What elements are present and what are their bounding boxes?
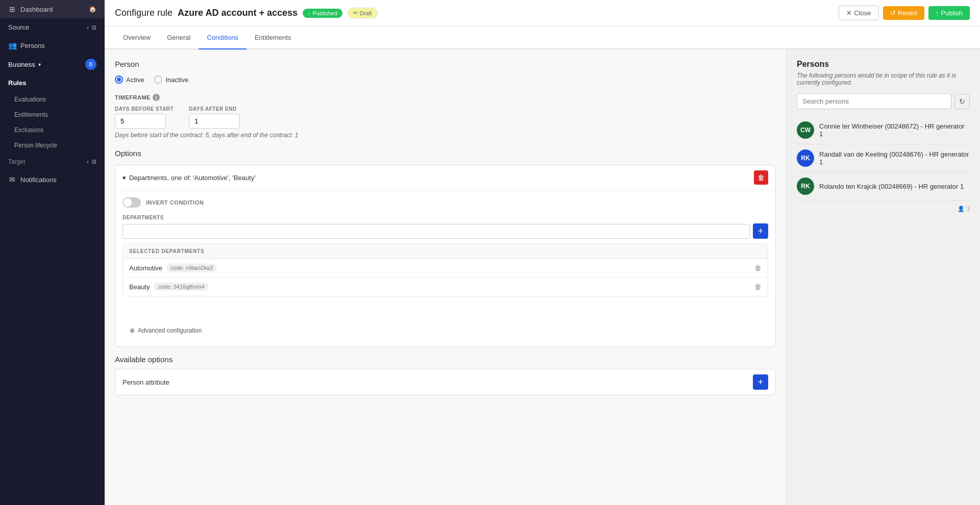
person-name: Randall van de Keeling (00248676) - HR g…	[819, 150, 970, 166]
badge-published: ↑ Published	[303, 9, 342, 18]
business-row: Business ▾ B	[0, 55, 105, 74]
persons-list: CW Connie ter Wintheiser (00248672) - HR…	[797, 116, 970, 200]
revert-button[interactable]: ↺ Revert	[883, 6, 924, 20]
option-card-departments: ▾ Departments, one of: 'Automotive', 'Be…	[115, 165, 776, 347]
days-after-end-input[interactable]	[189, 114, 240, 129]
sidebar-target-header[interactable]: Target ‹⧉	[0, 153, 105, 170]
available-options-title: Available options	[115, 355, 776, 364]
upload-icon: ↑	[308, 10, 311, 16]
right-panel-description: The following persons would be in scope …	[797, 72, 970, 86]
right-panel-title: Persons	[797, 60, 970, 69]
person-avatar: RK	[797, 149, 814, 167]
dashboard-icon: ⊞	[8, 5, 16, 13]
person-list-item: CW Connie ter Wintheiser (00248672) - HR…	[797, 116, 970, 144]
person-attribute-row: Person attribute +	[115, 369, 776, 395]
person-avatar: CW	[797, 121, 814, 139]
option-card-header: ▾ Departments, one of: 'Automotive', 'Be…	[115, 165, 775, 190]
radio-active-circle	[115, 75, 123, 84]
notifications-icon: ✉	[8, 175, 16, 184]
radio-inactive-circle	[154, 75, 162, 84]
plus-icon: +	[758, 226, 764, 237]
days-note: Days before start of the contract: 5, da…	[115, 132, 776, 139]
remove-automotive-button[interactable]: 🗑	[754, 264, 762, 272]
empty-space	[122, 296, 768, 322]
tabs: Overview General Conditions Entitlements	[105, 27, 980, 49]
person-list-item: RK Randall van de Keeling (00248676) - H…	[797, 144, 970, 172]
departments-select-row: +	[122, 223, 768, 239]
topbar-title: Configure rule Azure AD account + access…	[115, 8, 378, 18]
revert-icon: ↺	[890, 9, 896, 17]
person-list-item: RK Rolando ten Krajcik (00248669) - HR g…	[797, 172, 970, 200]
invert-row: INVERT CONDITION	[122, 197, 768, 208]
selected-departments-header: SELECTED DEPARTMENTS	[123, 244, 768, 259]
business-badge[interactable]: B	[85, 59, 96, 70]
sidebar: ⊞ Dashboard 🏠 Source ‹⧉ 👥 Persons Busine…	[0, 0, 105, 505]
topbar-actions: ✕ Close ↺ Revert ↑ Publish	[839, 6, 970, 20]
options-title: Options	[115, 149, 776, 158]
days-before-start-input[interactable]	[115, 114, 166, 129]
sidebar-item-exclusions[interactable]: Exclusions	[0, 122, 105, 138]
main-content: Configure rule Azure AD account + access…	[105, 0, 980, 505]
pencil-icon: ✏	[353, 10, 358, 16]
person-name: Rolando ten Krajcik (00248669) - HR gene…	[819, 183, 964, 190]
advanced-config-toggle[interactable]: ⊕ Advanced configuration	[122, 322, 768, 339]
available-options-section: Available options Person attribute +	[115, 355, 776, 395]
sidebar-item-rules[interactable]: Rules	[0, 74, 105, 92]
departments-select[interactable]	[122, 224, 750, 239]
sidebar-item-persons[interactable]: 👥 Persons	[0, 36, 105, 55]
radio-active[interactable]: Active	[115, 75, 144, 84]
sidebar-item-evaluations[interactable]: Evaluations	[0, 92, 105, 107]
source-icons: ‹⧉	[87, 24, 96, 31]
topbar: Configure rule Azure AD account + access…	[105, 0, 980, 27]
chevron-down-icon: ▾	[122, 174, 126, 182]
business-label: Business ▾	[8, 61, 41, 68]
publish-button[interactable]: ↑ Publish	[928, 6, 970, 20]
timeframe-label: TIMEFRAME i	[115, 94, 776, 101]
main-panel: Person Active Inactive TIMEFRAME i	[105, 49, 786, 505]
sidebar-item-person-lifecycle[interactable]: Person lifecycle	[0, 138, 105, 153]
refresh-icon: ↻	[959, 97, 965, 106]
add-person-attribute-button[interactable]: +	[753, 374, 768, 390]
trash-icon: 🗑	[757, 173, 765, 182]
person-avatar: RK	[797, 178, 814, 195]
persons-icon: 👥	[8, 41, 16, 49]
radio-inactive[interactable]: Inactive	[154, 75, 188, 84]
remove-beauty-button[interactable]: 🗑	[754, 283, 762, 291]
option-card-title: ▾ Departments, one of: 'Automotive', 'Be…	[122, 174, 256, 182]
person-count: 👤 3	[797, 200, 970, 212]
timeframe-section: TIMEFRAME i DAYS BEFORE START DAYS AFTER…	[115, 94, 776, 139]
sidebar-item-entitlements[interactable]: Entitlements	[0, 107, 105, 122]
person-name: Connie ter Wintheiser (00248672) - HR ge…	[819, 122, 970, 138]
days-row: DAYS BEFORE START DAYS AFTER END	[115, 106, 776, 129]
options-section: Options ▾ Departments, one of: 'Automoti…	[115, 149, 776, 347]
person-section: Person Active Inactive	[115, 60, 776, 84]
add-department-button[interactable]: +	[753, 223, 768, 239]
sidebar-item-dashboard[interactable]: ⊞ Dashboard 🏠	[0, 0, 105, 18]
right-panel: Persons The following persons would be i…	[786, 49, 980, 505]
tab-general[interactable]: General	[159, 27, 199, 49]
person-count-icon: 👤	[958, 206, 965, 212]
delete-option-button[interactable]: 🗑	[754, 170, 768, 185]
sidebar-item-notifications[interactable]: ✉ Notifications	[0, 170, 105, 189]
person-radio-group: Active Inactive	[115, 75, 776, 84]
tab-overview[interactable]: Overview	[115, 27, 159, 49]
refresh-persons-button[interactable]: ↻	[954, 94, 970, 109]
close-button[interactable]: ✕ Close	[839, 6, 878, 20]
sidebar-source-header[interactable]: Source ‹⧉	[0, 18, 105, 36]
option-card-body: INVERT CONDITION DEPARTMENTS +	[115, 190, 775, 346]
info-icon: i	[153, 94, 160, 101]
tab-conditions[interactable]: Conditions	[199, 27, 246, 49]
content-area: Person Active Inactive TIMEFRAME i	[105, 49, 980, 505]
days-after-end-field: DAYS AFTER END	[189, 106, 240, 129]
plus-icon: +	[758, 377, 764, 388]
target-icons: ‹⧉	[87, 158, 96, 165]
plus-circle-icon: ⊕	[130, 327, 135, 334]
days-before-start-field: DAYS BEFORE START	[115, 106, 174, 129]
search-persons-input[interactable]	[797, 93, 951, 109]
invert-condition-toggle[interactable]	[122, 197, 141, 208]
person-section-title: Person	[115, 60, 776, 68]
tab-entitlements[interactable]: Entitlements	[247, 27, 300, 49]
dept-item-beauty: Beauty code: 3416gt6nm4 🗑	[123, 277, 768, 296]
search-persons-row: ↻	[797, 93, 970, 109]
publish-icon: ↑	[936, 9, 939, 17]
